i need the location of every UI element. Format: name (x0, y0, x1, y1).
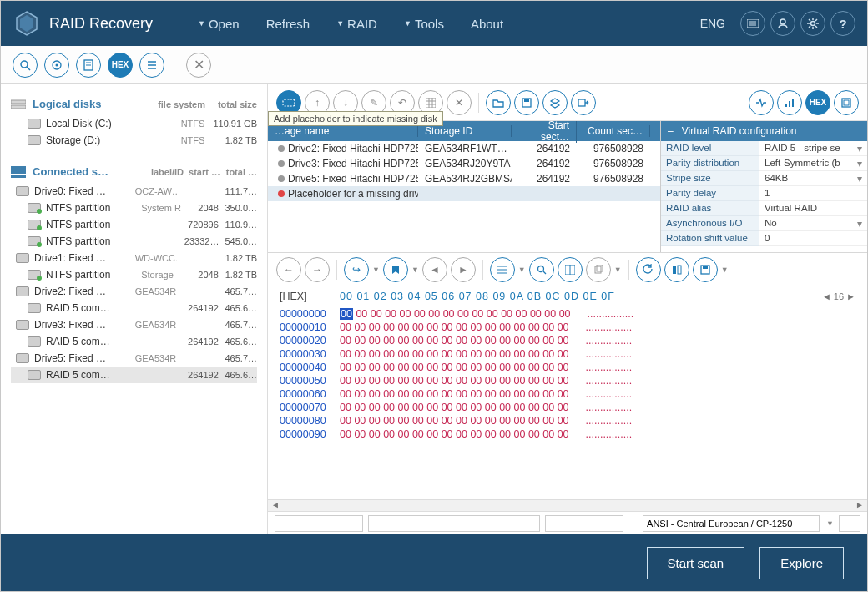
hex-list2-icon[interactable] (490, 257, 515, 282)
open-folder-icon[interactable] (486, 90, 511, 115)
config-row[interactable]: Parity delay1 (661, 186, 867, 201)
storage-row[interactable]: Drive5: Fixed …GEA534R…465.7… (11, 350, 257, 367)
menu-refresh[interactable]: Refresh (255, 12, 322, 36)
hex-line[interactable]: 0000009000 00 00 00 00 00 00 00 00 00 00… (280, 428, 855, 442)
hex-line[interactable]: 0000001000 00 00 00 00 00 00 00 00 00 00… (280, 321, 855, 335)
hex-offset-input[interactable] (275, 515, 363, 532)
hex-back-icon[interactable]: ← (276, 257, 301, 282)
file-icon[interactable] (76, 53, 101, 78)
col-id[interactable]: Storage ID (418, 125, 512, 137)
drive-icon (28, 336, 41, 347)
remove-icon[interactable]: ✕ (447, 90, 472, 115)
hex-next-bm-icon[interactable]: ► (451, 257, 476, 282)
config-row[interactable]: RAID levelRAID 5 - stripe se (661, 141, 867, 156)
hex-line[interactable]: 0000000000 00 00 00 00 00 00 00 00 00 00… (280, 308, 855, 321)
storage-row[interactable]: RAID 5 com…264192465.6… (11, 300, 257, 316)
svg-point-19 (56, 63, 58, 66)
svg-point-7 (811, 22, 815, 26)
hex-encoding-select[interactable] (643, 515, 820, 532)
explore-button[interactable]: Explore (760, 547, 844, 579)
search-icon[interactable] (13, 53, 38, 78)
start-scan-button[interactable]: Start scan (647, 547, 745, 579)
help-icon[interactable]: ? (830, 11, 855, 36)
drive-icon (28, 303, 41, 313)
window-icon[interactable] (834, 90, 859, 115)
storage-row[interactable]: RAID 5 com…264192465.6… (11, 333, 257, 350)
storage-row[interactable]: Drive3: Fixed …GEA534R…465.7… (11, 316, 257, 333)
gear-icon[interactable] (800, 11, 825, 36)
drive-icon (28, 220, 41, 230)
drive-table: …age name Storage ID Start sect… Count s… (268, 121, 660, 252)
status-dot-icon (278, 190, 285, 197)
hex-save-icon[interactable] (693, 257, 718, 282)
col-name[interactable]: …age name (268, 125, 418, 137)
hex-extra-input[interactable] (545, 515, 623, 532)
hex-value-input[interactable] (368, 515, 540, 532)
drive-row[interactable]: Drive2: Fixed Hitachi HDP7250… GEA534RF1… (268, 141, 660, 156)
config-row[interactable]: Asynchronous I/ONo (661, 216, 867, 231)
hex-refresh-icon[interactable] (636, 257, 661, 282)
drive-row[interactable]: Drive5: Fixed Hitachi HDP7250… GEA534RJ2… (268, 171, 660, 186)
drive-row[interactable]: Drive3: Fixed Hitachi HDP7250… GEA534RJ2… (268, 156, 660, 171)
hex-line[interactable]: 0000003000 00 00 00 00 00 00 00 00 00 00… (280, 348, 855, 362)
drive-row[interactable]: Placeholder for a missing drive (268, 186, 660, 201)
list-icon[interactable] (139, 53, 164, 78)
hex-cols-icon[interactable] (558, 257, 583, 282)
drive-icon (16, 253, 29, 263)
storage-row[interactable]: Drive2: Fixed …GEA534R…465.7… (11, 283, 257, 300)
hex-fwd-icon[interactable]: → (305, 257, 330, 282)
hex-compare-icon[interactable] (664, 257, 689, 282)
layers-icon[interactable] (542, 90, 568, 115)
hex-copy-icon[interactable] (586, 257, 611, 282)
hex-view-icon[interactable]: HEX (108, 53, 133, 78)
logical-disk-row[interactable]: Local Disk (C:)NTFS110.91 GB (11, 115, 257, 132)
hex-mode-icon[interactable]: HEX (805, 90, 830, 115)
svg-rect-44 (844, 100, 849, 105)
hex-line[interactable]: 0000004000 00 00 00 00 00 00 00 00 00 00… (280, 362, 855, 375)
config-row[interactable]: Rotation shift value0 (661, 231, 867, 246)
main-menu: ▼Open Refresh ▼RAID ▼Tools About (186, 1, 515, 46)
storage-row[interactable]: RAID 5 com…264192465.6… (11, 367, 257, 383)
hex-line[interactable]: 0000005000 00 00 00 00 00 00 00 00 00 00… (280, 375, 855, 388)
storage-row[interactable]: NTFS partitionSystem R…2048350.0… (11, 200, 257, 216)
hex-line[interactable]: 0000008000 00 00 00 00 00 00 00 00 00 00… (280, 415, 855, 428)
svg-rect-29 (11, 170, 26, 174)
hex-bookmark-icon[interactable] (383, 257, 408, 282)
col-count[interactable]: Count sec… (577, 125, 650, 137)
hex-search-icon[interactable] (529, 257, 554, 282)
config-title: Virtual RAID configuration (682, 125, 797, 137)
save-icon[interactable] (514, 90, 539, 115)
export-icon[interactable] (571, 90, 596, 115)
menu-open[interactable]: ▼Open (186, 12, 251, 36)
config-row[interactable]: Stripe size64KB (661, 171, 867, 186)
storage-row[interactable]: NTFS partitionStorage20481.82 TB (11, 266, 257, 283)
close-icon[interactable]: ✕ (186, 53, 211, 78)
view-icon[interactable] (740, 11, 765, 36)
config-row[interactable]: RAID aliasVirtual RAID (661, 201, 867, 216)
hex-line[interactable]: 0000002000 00 00 00 00 00 00 00 00 00 00… (280, 335, 855, 348)
storage-row[interactable]: Drive1: Fixed …WD-WCC…1.82 TB (11, 250, 257, 266)
hex-width-nav[interactable]: ◄ 16 ► (822, 291, 855, 301)
activity-icon[interactable] (749, 90, 774, 115)
config-row[interactable]: Parity distributionLeft-Symmetric (b (661, 156, 867, 171)
hex-line[interactable]: 0000006000 00 00 00 00 00 00 00 00 00 00… (280, 388, 855, 402)
language-selector[interactable]: ENG (700, 17, 725, 30)
hex-jump-icon[interactable]: ↪ (344, 257, 369, 282)
hex-prev-bm-icon[interactable]: ◄ (422, 257, 447, 282)
menu-tools[interactable]: ▼Tools (392, 12, 456, 36)
menu-raid[interactable]: ▼RAID (325, 12, 389, 36)
collapse-icon[interactable]: – (668, 125, 674, 137)
chart-icon[interactable] (777, 90, 802, 115)
storage-row[interactable]: NTFS partition720896110.9… (11, 216, 257, 233)
disk-nav-icon[interactable] (44, 53, 69, 78)
storage-row[interactable]: NTFS partition23332…545.0… (11, 233, 257, 250)
user-icon[interactable] (770, 11, 795, 36)
logical-disk-row[interactable]: Storage (D:)NTFS1.82 TB (11, 132, 257, 149)
hex-line[interactable]: 0000007000 00 00 00 00 00 00 00 00 00 00… (280, 402, 855, 415)
hex-small-input[interactable] (839, 515, 860, 532)
col-start[interactable]: Start sect… (512, 121, 577, 143)
storage-row[interactable]: Drive0: Fixed …OCZ-AW…111.7… (11, 183, 257, 200)
menu-about[interactable]: About (459, 12, 515, 36)
disk-group-icon (11, 99, 26, 110)
svg-rect-52 (595, 266, 601, 273)
